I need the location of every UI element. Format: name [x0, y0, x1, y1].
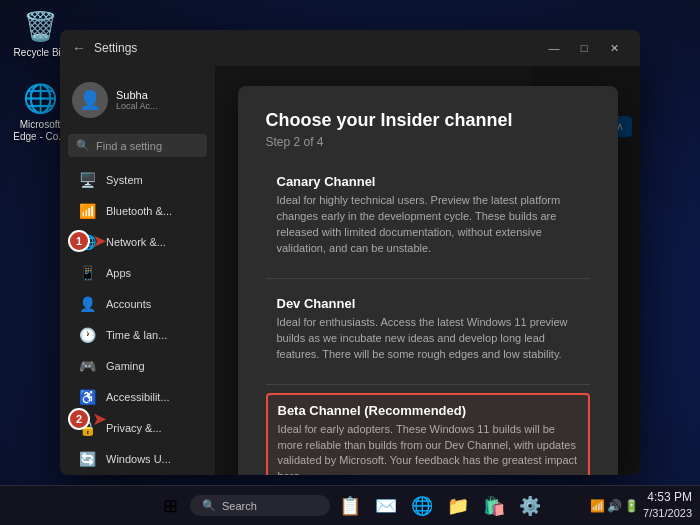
maximize-button[interactable]: □: [570, 38, 598, 58]
taskbar-explorer[interactable]: 📁: [442, 490, 474, 522]
taskbar: ⊞ 🔍 Search 📋 ✉️ 🌐 📁 🛍️ ⚙️ 📶 🔊 🔋 4:53 PM …: [0, 485, 700, 525]
sidebar-item-accounts[interactable]: 👤 Accounts: [64, 289, 211, 319]
taskbar-center: ⊞ 🔍 Search 📋 ✉️ 🌐 📁 🛍️ ⚙️: [154, 490, 546, 522]
annotation-circle-1: 1: [68, 230, 90, 252]
apps-icon: 📱: [78, 265, 96, 281]
bluetooth-label: Bluetooth &...: [106, 205, 172, 217]
taskbar-search[interactable]: 🔍 Search: [190, 495, 330, 516]
divider-1: [266, 278, 590, 279]
annotation-arrow-1: ➤: [92, 230, 107, 252]
window-controls: — □ ✕: [540, 38, 628, 58]
window-title: Settings: [94, 41, 137, 55]
battery-tray-icon: 🔋: [624, 499, 639, 513]
window-titlebar: ← Settings — □ ✕: [60, 30, 640, 66]
annotation-circle-2: 2: [68, 408, 90, 430]
edge-icon: 🌐: [22, 80, 58, 116]
recycle-bin-label: Recycle Bin: [14, 47, 67, 59]
canary-channel-name: Canary Channel: [277, 174, 579, 189]
taskbar-task-view[interactable]: 📋: [334, 490, 366, 522]
accessibility-label: Accessibilit...: [106, 391, 170, 403]
taskbar-search-label: Search: [222, 500, 257, 512]
user-info: Subha Local Ac...: [116, 89, 158, 111]
find-setting-search[interactable]: 🔍 Find a setting: [68, 134, 207, 157]
canary-channel-option[interactable]: Canary Channel Ideal for highly technica…: [266, 165, 590, 266]
taskbar-search-icon: 🔍: [202, 499, 216, 512]
taskbar-right: 📶 🔊 🔋 4:53 PM 7/31/2023: [590, 489, 692, 521]
beta-channel-option[interactable]: Beta Channel (Recommended) Ideal for ear…: [266, 393, 590, 475]
dev-channel-name: Dev Channel: [277, 296, 579, 311]
annotation-2: 2 ➤: [68, 408, 107, 430]
annotation-arrow-2: ➤: [92, 408, 107, 430]
taskbar-store[interactable]: 🛍️: [478, 490, 510, 522]
accounts-label: Accounts: [106, 298, 151, 310]
back-button[interactable]: ←: [72, 40, 86, 56]
time-icon: 🕐: [78, 327, 96, 343]
sidebar-item-windows-update[interactable]: 🔄 Windows U...: [64, 444, 211, 474]
accounts-icon: 👤: [78, 296, 96, 312]
sidebar-item-bluetooth[interactable]: 📶 Bluetooth &...: [64, 196, 211, 226]
search-icon: 🔍: [76, 139, 90, 152]
bluetooth-icon: 📶: [78, 203, 96, 219]
taskbar-start-button[interactable]: ⊞: [154, 490, 186, 522]
taskbar-mail[interactable]: ✉️: [370, 490, 402, 522]
beta-channel-desc: Ideal for early adopters. These Windows …: [278, 422, 578, 475]
user-name: Subha: [116, 89, 158, 101]
taskbar-edge[interactable]: 🌐: [406, 490, 438, 522]
sidebar-item-system[interactable]: 🖥️ System: [64, 165, 211, 195]
gaming-label: Gaming: [106, 360, 145, 372]
dev-channel-option[interactable]: Dev Channel Ideal for enthusiasts. Acces…: [266, 287, 590, 372]
find-setting-placeholder: Find a setting: [96, 140, 162, 152]
user-subtitle: Local Ac...: [116, 101, 158, 111]
main-content: gram started ∧ nd utes acy cal key: [215, 66, 640, 475]
accessibility-icon: ♿: [78, 389, 96, 405]
system-icon: 🖥️: [78, 172, 96, 188]
modal-step: Step 2 of 4: [266, 135, 590, 149]
time-label: Time & lan...: [106, 329, 167, 341]
annotation-1: 1 ➤: [68, 230, 107, 252]
settings-window: ← Settings — □ ✕ 👤 Subha Local Ac...: [60, 30, 640, 475]
windows-update-label: Windows U...: [106, 453, 171, 465]
insider-channel-modal: Choose your Insider channel Step 2 of 4 …: [238, 86, 618, 475]
modal-overlay: Choose your Insider channel Step 2 of 4 …: [215, 66, 640, 475]
network-tray-icon: 📶: [590, 499, 605, 513]
system-label: System: [106, 174, 143, 186]
sidebar-item-time[interactable]: 🕐 Time & lan...: [64, 320, 211, 350]
beta-channel-name: Beta Channel (Recommended): [278, 403, 578, 418]
taskbar-settings[interactable]: ⚙️: [514, 490, 546, 522]
divider-2: [266, 384, 590, 385]
clock-date: 7/31/2023: [643, 506, 692, 521]
clock-time: 4:53 PM: [643, 489, 692, 506]
dev-channel-desc: Ideal for enthusiasts. Access the latest…: [277, 315, 579, 363]
apps-label: Apps: [106, 267, 131, 279]
gaming-icon: 🎮: [78, 358, 96, 374]
canary-channel-desc: Ideal for highly technical users. Previe…: [277, 193, 579, 257]
taskbar-clock[interactable]: 4:53 PM 7/31/2023: [643, 489, 692, 521]
sidebar-item-gaming[interactable]: 🎮 Gaming: [64, 351, 211, 381]
privacy-label: Privacy &...: [106, 422, 162, 434]
system-tray: 📶 🔊 🔋: [590, 499, 639, 513]
sidebar-item-apps[interactable]: 📱 Apps: [64, 258, 211, 288]
network-label: Network &...: [106, 236, 166, 248]
close-button[interactable]: ✕: [600, 38, 628, 58]
desktop: 🗑️ Recycle Bin 🌐 Microsoft Edge - Co... …: [0, 0, 700, 525]
recycle-bin-icon: 🗑️: [22, 8, 58, 44]
volume-tray-icon: 🔊: [607, 499, 622, 513]
window-body: 👤 Subha Local Ac... 🔍 Find a setting 🖥️ …: [60, 66, 640, 475]
modal-title: Choose your Insider channel: [266, 110, 590, 131]
minimize-button[interactable]: —: [540, 38, 568, 58]
user-profile[interactable]: 👤 Subha Local Ac...: [60, 74, 215, 130]
avatar: 👤: [72, 82, 108, 118]
windows-update-icon: 🔄: [78, 451, 96, 467]
